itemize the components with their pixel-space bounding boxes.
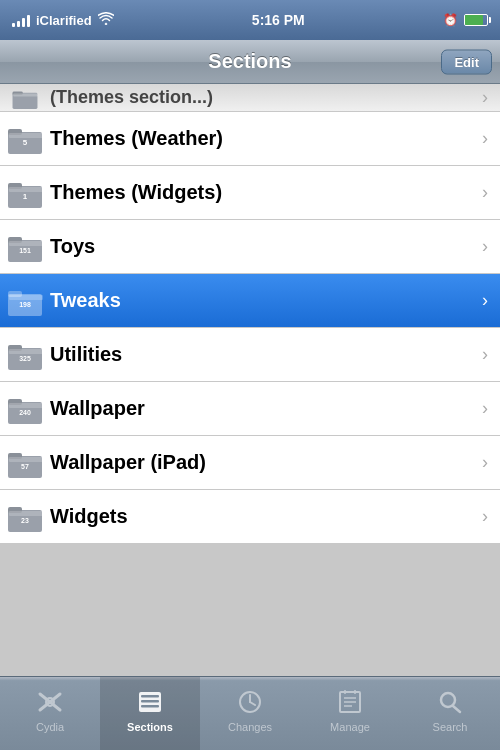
folder-icon-partial	[0, 87, 50, 109]
list-item-wallpaper[interactable]: 240 Wallpaper ›	[0, 382, 500, 436]
signal-bar-3	[22, 18, 25, 27]
svg-rect-17	[9, 295, 43, 300]
signal-bar-4	[27, 15, 30, 27]
svg-rect-25	[9, 403, 43, 408]
chevron-themes-widgets: ›	[470, 182, 500, 203]
list-item-widgets[interactable]: 23 Widgets ›	[0, 490, 500, 544]
wifi-icon	[98, 12, 114, 28]
chevron-utilities: ›	[470, 344, 500, 365]
item-label-themes-widgets: Themes (Widgets)	[50, 181, 470, 204]
svg-text:325: 325	[19, 355, 31, 362]
folder-icon-themes-widgets: 1	[0, 178, 50, 208]
svg-rect-29	[9, 457, 43, 462]
item-label-wallpaper: Wallpaper	[50, 397, 470, 420]
folder-icon-widgets: 23	[0, 502, 50, 532]
clock-icon: ⏰	[443, 13, 458, 27]
svg-text:5: 5	[23, 138, 28, 147]
list-item-utilities[interactable]: 325 Utilities ›	[0, 328, 500, 382]
svg-rect-33	[9, 511, 43, 516]
status-right: ⏰	[443, 13, 488, 27]
nav-bar: Sections Edit	[0, 40, 500, 84]
chevron-widgets: ›	[470, 506, 500, 527]
tab-manage[interactable]: Manage	[300, 677, 400, 750]
list-item-wallpaper-ipad[interactable]: 57 Wallpaper (iPad) ›	[0, 436, 500, 490]
cydia-icon	[36, 690, 64, 718]
svg-rect-39	[141, 695, 159, 698]
tab-changes[interactable]: Changes	[200, 677, 300, 750]
tab-cydia[interactable]: Cydia	[0, 677, 100, 750]
tab-sections[interactable]: Sections	[100, 677, 200, 750]
sections-icon	[136, 690, 164, 718]
svg-rect-21	[9, 349, 43, 354]
svg-rect-40	[141, 700, 159, 703]
tab-cydia-label: Cydia	[36, 721, 64, 733]
svg-line-44	[250, 702, 255, 705]
item-label-toys: Toys	[50, 235, 470, 258]
folder-icon-toys: 151	[0, 232, 50, 262]
search-icon	[436, 690, 464, 718]
svg-text:23: 23	[21, 517, 29, 524]
status-bar: iClarified 5:16 PM ⏰	[0, 0, 500, 40]
svg-rect-41	[141, 705, 159, 708]
svg-text:198: 198	[19, 301, 31, 308]
folder-icon-wallpaper-ipad: 57	[0, 448, 50, 478]
svg-text:1: 1	[23, 192, 28, 201]
partial-chevron: ›	[470, 87, 500, 108]
signal-bar-1	[12, 23, 15, 27]
manage-icon	[336, 690, 364, 718]
item-label-utilities: Utilities	[50, 343, 470, 366]
signal-bar-2	[17, 21, 20, 27]
item-label-themes-weather: Themes (Weather)	[50, 127, 470, 150]
nav-title: Sections	[208, 50, 291, 73]
tab-bar: Cydia Sections Changes	[0, 676, 500, 750]
list-item-partial[interactable]: (Themes section...) ›	[0, 84, 500, 112]
tab-manage-label: Manage	[330, 721, 370, 733]
status-time: 5:16 PM	[252, 12, 305, 28]
chevron-themes-weather: ›	[470, 128, 500, 149]
list-item-themes-weather[interactable]: 5 Themes (Weather) ›	[0, 112, 500, 166]
svg-text:57: 57	[21, 463, 29, 470]
battery-icon	[464, 14, 488, 26]
chevron-tweaks: ›	[470, 290, 500, 311]
list-item-themes-widgets[interactable]: 1 Themes (Widgets) ›	[0, 166, 500, 220]
list-container: 5 Themes (Weather) › 1 Themes (Widgets) …	[0, 112, 500, 544]
edit-button[interactable]: Edit	[441, 49, 492, 74]
tab-sections-label: Sections	[127, 721, 173, 733]
folder-icon-themes-weather: 5	[0, 124, 50, 154]
item-label-tweaks: Tweaks	[50, 289, 470, 312]
folder-icon-wallpaper: 240	[0, 394, 50, 424]
partial-item-label: (Themes section...)	[50, 87, 470, 108]
folder-icon-utilities: 325	[0, 340, 50, 370]
item-label-wallpaper-ipad: Wallpaper (iPad)	[50, 451, 470, 474]
signal-bars	[12, 13, 30, 27]
list-item-toys[interactable]: 151 Toys ›	[0, 220, 500, 274]
chevron-wallpaper: ›	[470, 398, 500, 419]
list-item-tweaks[interactable]: 198 Tweaks ›	[0, 274, 500, 328]
tab-search-label: Search	[433, 721, 468, 733]
status-left: iClarified	[12, 12, 114, 28]
svg-rect-2	[13, 93, 38, 96]
svg-text:151: 151	[19, 247, 31, 254]
svg-text:240: 240	[19, 409, 31, 416]
tab-changes-label: Changes	[228, 721, 272, 733]
carrier-label: iClarified	[36, 13, 92, 28]
chevron-wallpaper-ipad: ›	[470, 452, 500, 473]
tab-search[interactable]: Search	[400, 677, 500, 750]
svg-line-52	[453, 706, 460, 712]
changes-icon	[236, 690, 264, 718]
chevron-toys: ›	[470, 236, 500, 257]
svg-rect-13	[9, 241, 43, 246]
item-label-widgets: Widgets	[50, 505, 470, 528]
folder-icon-tweaks: 198	[0, 286, 50, 316]
